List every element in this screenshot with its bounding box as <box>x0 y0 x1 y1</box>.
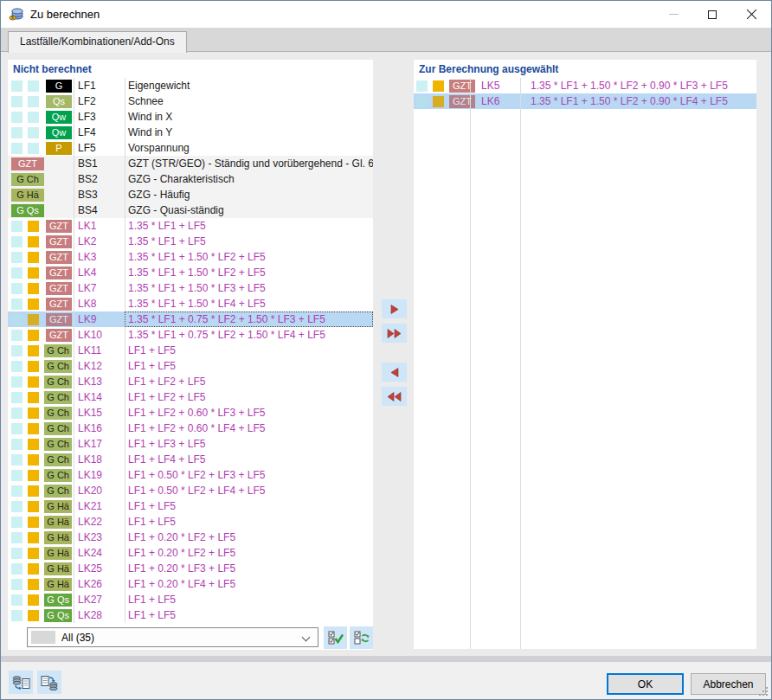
move-all-left-button[interactable] <box>382 387 407 406</box>
yellow-square-icon <box>28 485 39 497</box>
cyan-square-icon <box>11 267 23 279</box>
yellow-square-icon <box>28 221 39 232</box>
list-row-lk20[interactable]: G ChLK20LF1 + 0.50 * LF2 + LF4 + LF5 <box>8 483 373 498</box>
panel-selected-for-calculation: Zur Berechnung ausgewählt GZTLK51.35 * L… <box>414 60 756 649</box>
list-row-lk16[interactable]: G ChLK16LF1 + LF2 + 0.60 * LF4 + LF5 <box>8 421 373 436</box>
cyan-square-icon <box>28 112 39 123</box>
row-icons: G Hä <box>8 576 74 592</box>
maximize-button[interactable] <box>692 1 732 28</box>
column-separator <box>470 78 471 649</box>
copy-settings-from-button[interactable] <box>9 671 33 694</box>
row-icons: GZT <box>8 156 74 171</box>
list-row-lk26[interactable]: G HäLK26LF1 + 0.20 * LF4 + LF5 <box>8 576 373 592</box>
list-row-lk28[interactable]: G QsLK28LF1 + LF5 <box>8 607 373 623</box>
list-row-lk1[interactable]: GZTLK11.35 * LF1 + LF5 <box>8 218 373 234</box>
list-row-lk11[interactable]: G ChLK11LF1 + LF5 <box>8 343 373 358</box>
row-description: Eigengewicht <box>125 78 373 93</box>
row-id: LK12 <box>74 360 125 372</box>
cyan-square-icon <box>416 80 428 92</box>
move-all-right-button[interactable] <box>382 324 407 343</box>
copy-settings-to-button[interactable] <box>37 671 61 694</box>
list-row-lf2[interactable]: QsLF2Schnee <box>8 93 373 109</box>
list-row-bs1[interactable]: GZTBS1GZT (STR/GEO) - Ständig und vorübe… <box>8 156 373 171</box>
yellow-square-icon <box>28 439 39 450</box>
cyan-square-icon <box>11 112 23 123</box>
list-row-lk18[interactable]: G ChLK18LF1 + LF4 + LF5 <box>8 452 373 467</box>
list-row-lk19[interactable]: G ChLK19LF1 + 0.50 * LF2 + LF3 + LF5 <box>8 467 373 483</box>
list-row-lk9[interactable]: GZTLK91.35 * LF1 + 0.75 * LF2 + 1.50 * L… <box>8 311 373 327</box>
list-row-lk21[interactable]: G HäLK21LF1 + LF5 <box>8 498 373 514</box>
yellow-square-icon <box>28 470 39 481</box>
list-row-lk6[interactable]: GZTLK61.35 * LF1 + 1.50 * LF2 + 0.90 * L… <box>414 93 756 109</box>
row-description: LF1 + LF5 <box>125 343 373 358</box>
filter-dropdown[interactable]: All (35) <box>27 627 318 647</box>
list-row-lk10[interactable]: GZTLK101.35 * LF1 + 0.75 * LF2 + 1.50 * … <box>8 327 373 343</box>
list-row-lk22[interactable]: G HäLK22LF1 + LF5 <box>8 514 373 530</box>
list-row-lk14[interactable]: G ChLK14LF1 + LF2 + LF5 <box>8 389 373 405</box>
list-row-lf5[interactable]: PLF5Vorspannung <box>8 140 373 156</box>
list-row-lk15[interactable]: G ChLK15LF1 + LF2 + 0.60 * LF3 + LF5 <box>8 405 373 421</box>
panel-not-calculated: Nicht berechnet GLF1EigengewichtQsLF2Sch… <box>8 60 373 650</box>
row-icons: G Qs <box>8 202 74 218</box>
row-id: LK10 <box>74 329 125 341</box>
row-icons: G Ch <box>8 343 74 358</box>
yellow-square-icon <box>28 299 39 310</box>
category-badge: G Qs <box>11 204 44 217</box>
list-row-lk13[interactable]: G ChLK13LF1 + LF2 + LF5 <box>8 374 373 389</box>
cyan-square-icon <box>11 361 23 372</box>
resize-grip[interactable] <box>758 686 769 697</box>
yellow-square-icon <box>433 80 444 92</box>
column-separator <box>520 78 521 649</box>
category-badge: G Ch <box>11 173 44 186</box>
category-badge: GZT <box>46 220 72 233</box>
list-row-lk7[interactable]: GZTLK71.35 * LF1 + 1.50 * LF3 + LF5 <box>8 280 373 296</box>
cyan-square-icon <box>11 579 23 590</box>
cyan-square-icon <box>11 330 23 341</box>
move-left-button[interactable] <box>382 363 407 382</box>
list-row-lk2[interactable]: GZTLK21.35 * LF1 + LF5 <box>8 234 373 249</box>
list-row-lk25[interactable]: G HäLK25LF1 + 0.20 * LF3 + LF5 <box>8 561 373 576</box>
list-row-lk12[interactable]: G ChLK12LF1 + LF5 <box>8 358 373 374</box>
tab-lastfaelle-kombinationen-addons[interactable]: Lastfälle/Kombinationen/Add-Ons <box>8 31 187 53</box>
list-row-lk8[interactable]: GZTLK81.35 * LF1 + 1.50 * LF4 + LF5 <box>8 296 373 311</box>
list-row-lk4[interactable]: GZTLK41.35 * LF1 + 1.50 * LF2 + LF5 <box>8 265 373 280</box>
row-icons: G Hä <box>8 514 74 530</box>
cancel-button[interactable]: Abbrechen <box>691 673 766 695</box>
cyan-square-icon <box>11 80 23 92</box>
row-icons: G Qs <box>8 607 74 623</box>
list-row-lf1[interactable]: GLF1Eigengewicht <box>8 78 373 93</box>
list-row-lk17[interactable]: G ChLK17LF1 + LF3 + LF5 <box>8 436 373 452</box>
list-row-bs2[interactable]: G ChBS2GZG - Charakteristisch <box>8 171 373 187</box>
ok-button[interactable]: OK <box>607 673 684 695</box>
close-button[interactable] <box>731 1 771 28</box>
row-id: BS3 <box>74 189 125 201</box>
list-row-lk27[interactable]: G QsLK27LF1 + LF5 <box>8 592 373 607</box>
list-row-lk5[interactable]: GZTLK51.35 * LF1 + 1.50 * LF2 + 0.90 * L… <box>414 78 756 93</box>
yellow-square-icon <box>28 252 39 263</box>
row-icons: GZT <box>414 93 477 109</box>
category-badge: G Ch <box>44 391 72 404</box>
list-row-lf3[interactable]: QwLF3Wind in X <box>8 109 373 125</box>
invert-selection-button[interactable] <box>350 626 373 649</box>
list-row-lf4[interactable]: QwLF4Wind in Y <box>8 125 373 140</box>
row-description: 1.35 * LF1 + 1.50 * LF2 + 0.90 * LF3 + L… <box>527 78 756 93</box>
row-id: LK2 <box>74 235 125 247</box>
list-row-bs4[interactable]: G QsBS4GZG - Quasi-ständig <box>8 202 373 218</box>
cyan-square-icon <box>28 80 39 92</box>
row-id: LF4 <box>74 126 125 138</box>
category-badge: G Hä <box>44 516 72 529</box>
list-row-bs3[interactable]: G HäBS3GZG - Häufig <box>8 187 373 202</box>
category-badge: GZT <box>46 313 72 326</box>
list-row-lk23[interactable]: G HäLK23LF1 + 0.20 * LF2 + LF5 <box>8 530 373 545</box>
not-calculated-list: GLF1EigengewichtQsLF2SchneeQwLF3Wind in … <box>8 78 373 623</box>
category-badge: G Hä <box>44 562 72 575</box>
row-id: LK4 <box>74 267 125 279</box>
row-icons: Qs <box>8 93 74 109</box>
select-all-button[interactable] <box>324 626 347 649</box>
list-row-lk3[interactable]: GZTLK31.35 * LF1 + 1.50 * LF2 + LF5 <box>8 249 373 265</box>
row-icons: P <box>8 140 74 156</box>
yellow-square-icon <box>28 345 39 356</box>
row-icons: G Ch <box>8 358 74 374</box>
move-right-button[interactable] <box>382 299 407 318</box>
list-row-lk24[interactable]: G HäLK24LF1 + 0.20 * LF2 + LF5 <box>8 545 373 561</box>
